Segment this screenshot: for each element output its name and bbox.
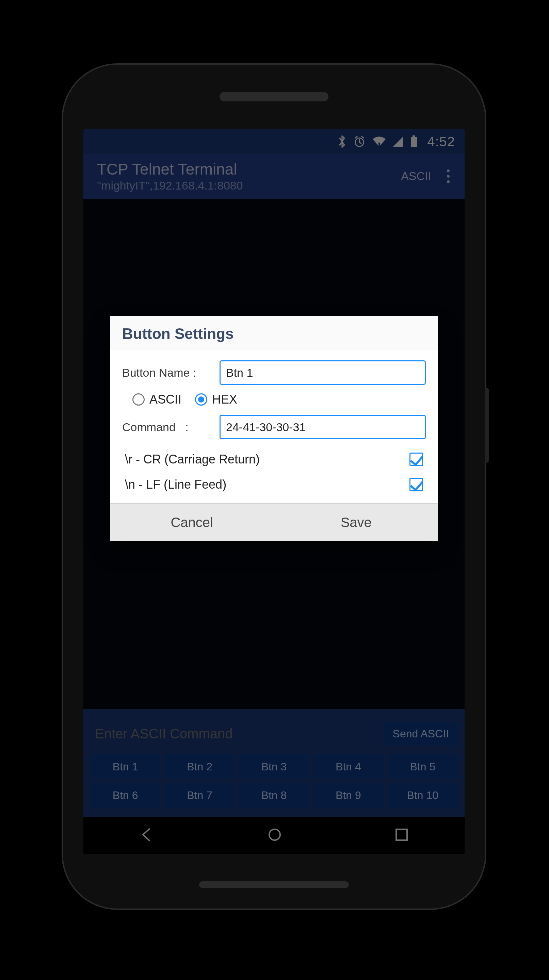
phone-frame: 4:52 TCP Telnet Terminal "mightyIT",192.…: [63, 65, 485, 908]
lf-label: \n - LF (Line Feed): [125, 477, 226, 492]
radio-hex-label: HEX: [212, 392, 237, 407]
radio-ascii-label: ASCII: [150, 392, 181, 407]
phone-chin-speaker: [199, 881, 349, 888]
cr-label: \r - CR (Carriage Return): [125, 452, 260, 466]
button-name-input[interactable]: [220, 360, 426, 385]
command-input-field[interactable]: [220, 415, 426, 439]
phone-screen: 4:52 TCP Telnet Terminal "mightyIT",192.…: [83, 129, 465, 854]
encoding-radio-group: ASCII HEX: [132, 392, 426, 407]
stage: 4:52 TCP Telnet Terminal "mightyIT",192.…: [0, 0, 549, 980]
phone-earpiece: [220, 92, 328, 102]
cancel-button[interactable]: Cancel: [110, 504, 274, 541]
cr-check-row[interactable]: \r - CR (Carriage Return): [122, 447, 426, 472]
lf-check-row[interactable]: \n - LF (Line Feed): [122, 472, 426, 497]
dialog-body: Button Name ASCII HEX: [110, 350, 438, 503]
radio-hex[interactable]: HEX: [195, 392, 237, 407]
button-name-label: Button Name: [122, 366, 214, 379]
radio-icon: [132, 393, 145, 406]
lf-checkbox[interactable]: [409, 478, 423, 492]
radio-icon: [195, 393, 207, 406]
cr-checkbox[interactable]: [409, 453, 423, 466]
dialog-actions: Cancel Save: [110, 503, 438, 541]
command-label: Command :: [122, 421, 214, 434]
button-settings-dialog: Button Settings Button Name ASCII: [110, 316, 438, 541]
radio-ascii[interactable]: ASCII: [132, 392, 181, 407]
dialog-title: Button Settings: [110, 316, 438, 350]
save-button[interactable]: Save: [274, 504, 438, 541]
phone-power-button: [485, 388, 489, 463]
